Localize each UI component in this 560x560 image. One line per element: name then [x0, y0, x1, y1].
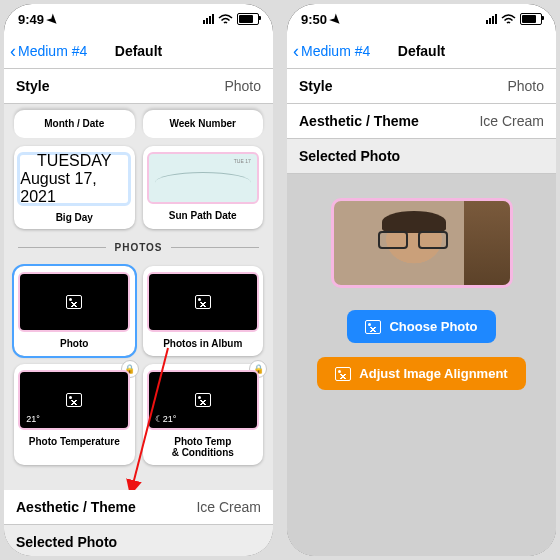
status-time: 9:49 — [18, 12, 44, 27]
status-time: 9:50 — [301, 12, 327, 27]
big-day-preview: TUESDAY August 17, 2021 — [17, 152, 131, 206]
card-big-day[interactable]: TUESDAY August 17, 2021 Big Day — [14, 146, 135, 230]
back-button[interactable]: ‹ Medium #4 — [4, 42, 87, 60]
phone-left: 9:49➤ ‹ Medium #4 Default Style Photo — [4, 4, 273, 556]
picture-icon — [66, 295, 82, 309]
row-selected-photo[interactable]: Selected Photo — [4, 525, 273, 556]
status-bar: 9:49➤ — [4, 4, 273, 34]
card-photo[interactable]: Photo — [14, 266, 135, 356]
photo-preview: 21° — [18, 370, 130, 430]
card-month-date[interactable]: Month / Date — [14, 110, 135, 138]
signal-icon — [203, 14, 214, 24]
selected-photo-thumbnail[interactable] — [331, 198, 513, 288]
choose-photo-button[interactable]: Choose Photo — [347, 310, 495, 343]
wifi-icon — [501, 14, 516, 25]
back-label: Medium #4 — [18, 43, 87, 59]
signal-icon — [486, 14, 497, 24]
nav-bar: ‹ Medium #4 Default — [4, 34, 273, 69]
card-photos-in-album[interactable]: Photos in Album — [143, 266, 264, 356]
location-icon: ➤ — [44, 10, 62, 28]
picture-icon — [195, 295, 211, 309]
location-icon: ➤ — [327, 10, 345, 28]
card-sun-path[interactable]: TUE 17 Sun Path Date — [143, 146, 264, 230]
row-aesthetic[interactable]: Aesthetic / Theme Ice Cream — [287, 104, 556, 139]
sun-path-preview: TUE 17 — [147, 152, 259, 204]
row-label: Style — [16, 78, 49, 94]
wifi-icon — [218, 14, 233, 25]
selected-photo-panel: Choose Photo Adjust Image Alignment — [287, 174, 556, 556]
status-bar: 9:50➤ — [287, 4, 556, 34]
chevron-left-icon: ‹ — [10, 42, 16, 60]
photo-preview: ☾21° — [147, 370, 259, 430]
card-photo-temperature[interactable]: 🔒 21° Photo Temperature — [14, 364, 135, 465]
battery-icon — [520, 13, 542, 25]
battery-icon — [237, 13, 259, 25]
row-aesthetic[interactable]: Aesthetic / Theme Ice Cream — [4, 490, 273, 525]
row-selected-photo: Selected Photo — [287, 139, 556, 174]
row-style[interactable]: Style Photo — [287, 69, 556, 104]
photo-preview — [147, 272, 259, 332]
card-photo-temp-conditions[interactable]: 🔒 ☾21° Photo Temp & Conditions — [143, 364, 264, 465]
row-value: Photo — [224, 78, 261, 94]
phone-right: 9:50➤ ‹ Medium #4 Default Style Photo — [287, 4, 556, 556]
picture-icon — [365, 320, 381, 334]
chevron-left-icon: ‹ — [293, 42, 299, 60]
row-style[interactable]: Style Photo — [4, 69, 273, 104]
picture-icon — [66, 393, 82, 407]
back-label: Medium #4 — [301, 43, 370, 59]
nav-bar: ‹ Medium #4 Default — [287, 34, 556, 69]
picture-icon — [195, 393, 211, 407]
photo-preview — [18, 272, 130, 332]
back-button[interactable]: ‹ Medium #4 — [287, 42, 370, 60]
card-week-number[interactable]: Week Number — [143, 110, 264, 138]
adjust-alignment-button[interactable]: Adjust Image Alignment — [317, 357, 525, 390]
section-divider-photos: PHOTOS — [14, 237, 263, 258]
picture-icon — [335, 367, 351, 381]
